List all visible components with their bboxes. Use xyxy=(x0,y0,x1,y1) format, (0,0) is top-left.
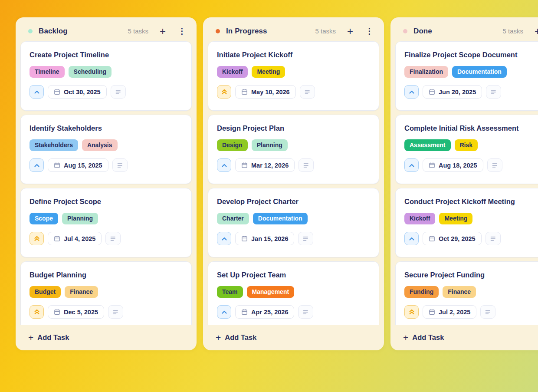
due-date-chip[interactable]: Mar 12, 2026 xyxy=(235,158,295,172)
tag-list: FundingFinance xyxy=(404,286,538,298)
description-lines-icon xyxy=(304,89,311,95)
description-button[interactable] xyxy=(300,85,315,99)
add-card-button[interactable]: + xyxy=(346,26,354,36)
description-lines-icon xyxy=(117,163,123,168)
description-button[interactable] xyxy=(111,85,126,99)
description-button[interactable] xyxy=(487,158,502,172)
task-card[interactable]: Secure Project Funding FundingFinance xyxy=(395,261,538,325)
priority-high-badge[interactable] xyxy=(30,158,44,172)
tag-list: KickoffMeeting xyxy=(404,213,538,224)
priority-high-badge[interactable] xyxy=(217,158,231,172)
task-card[interactable]: Create Project Timeline TimelineScheduli… xyxy=(20,41,192,111)
priority-urgent-badge[interactable] xyxy=(30,232,44,245)
chevron-up-icon xyxy=(221,236,228,242)
tag-list: KickoffMeeting xyxy=(217,66,370,78)
column-status-dot-icon xyxy=(403,29,407,33)
description-button[interactable] xyxy=(480,305,495,319)
task-meta-row: Jul 4, 2025 xyxy=(30,232,183,245)
kebab-menu-icon: ⋮ xyxy=(178,26,186,36)
task-title: Develop Project Charter xyxy=(217,198,370,206)
due-date-chip[interactable]: Jul 4, 2025 xyxy=(48,232,102,245)
due-date-chip[interactable]: Oct 30, 2025 xyxy=(48,85,107,99)
description-button[interactable] xyxy=(299,158,314,172)
add-task-label: Add Task xyxy=(412,333,444,342)
column-title: Backlog xyxy=(39,27,68,36)
task-card[interactable]: Define Project Scope ScopePlanning xyxy=(20,188,192,257)
due-date-chip[interactable]: Jun 20, 2025 xyxy=(423,85,482,99)
description-button[interactable] xyxy=(486,85,501,99)
chevron-up-icon xyxy=(221,309,228,315)
due-date-chip[interactable]: Jan 15, 2026 xyxy=(235,232,294,245)
priority-high-badge[interactable] xyxy=(404,85,419,99)
column-task-count: 5 tasks xyxy=(502,27,523,35)
priority-urgent-badge[interactable] xyxy=(404,305,419,319)
due-date-chip[interactable]: Oct 29, 2025 xyxy=(423,232,482,245)
description-button[interactable] xyxy=(112,158,128,172)
column-task-count: 5 tasks xyxy=(128,27,148,35)
column-menu-button[interactable]: ⋮ xyxy=(364,26,374,36)
description-button[interactable] xyxy=(105,232,121,245)
due-date-label: Mar 12, 2026 xyxy=(251,162,289,169)
task-card[interactable]: Set Up Project Team TeamManagement xyxy=(208,261,379,325)
tag: Kickoff xyxy=(404,213,435,224)
priority-high-badge[interactable] xyxy=(217,232,231,245)
card-list: Initiate Project Kickoff KickoffMeeting xyxy=(203,41,384,325)
task-card[interactable]: Complete Initial Risk Assessment Assessm… xyxy=(395,115,538,184)
calendar-icon xyxy=(429,89,435,95)
due-date-label: Dec 5, 2025 xyxy=(64,309,98,316)
tag: Design xyxy=(217,139,248,151)
priority-high-badge[interactable] xyxy=(404,158,419,172)
priority-urgent-badge[interactable] xyxy=(217,85,231,99)
due-date-chip[interactable]: Apr 25, 2026 xyxy=(235,305,294,319)
tag: Funding xyxy=(404,286,439,298)
plus-icon: + xyxy=(216,333,221,342)
column-title: In Progress xyxy=(226,27,267,36)
due-date-chip[interactable]: Aug 15, 2025 xyxy=(48,158,108,172)
task-card[interactable]: Finalize Project Scope Document Finaliza… xyxy=(395,41,538,111)
tag-list: BudgetFinance xyxy=(30,286,183,298)
double-chevron-up-icon xyxy=(33,308,40,316)
task-meta-row: Aug 15, 2025 xyxy=(30,158,183,172)
priority-urgent-badge[interactable] xyxy=(30,305,44,319)
due-date-chip[interactable]: Dec 5, 2025 xyxy=(48,305,104,319)
tag: Meeting xyxy=(252,66,285,78)
description-button[interactable] xyxy=(298,232,313,245)
tag: Finance xyxy=(443,286,476,298)
task-title: Complete Initial Risk Assessment xyxy=(404,124,538,132)
add-card-button[interactable]: + xyxy=(159,26,167,36)
calendar-icon xyxy=(54,235,60,242)
task-title: Conduct Project Kickoff Meeting xyxy=(404,198,538,206)
tag: Documentation xyxy=(253,213,308,224)
add-task-button[interactable]: + Add Task xyxy=(390,325,538,350)
task-card[interactable]: Initiate Project Kickoff KickoffMeeting xyxy=(208,41,379,111)
calendar-icon xyxy=(241,162,248,168)
card-list: Create Project Timeline TimelineScheduli… xyxy=(16,41,197,325)
calendar-icon xyxy=(429,235,435,242)
column-menu-button[interactable]: ⋮ xyxy=(177,26,187,36)
description-button[interactable] xyxy=(486,232,501,245)
priority-high-badge[interactable] xyxy=(217,305,231,319)
description-button[interactable] xyxy=(298,305,313,319)
tag: Planning xyxy=(252,139,288,151)
plus-icon: + xyxy=(403,333,408,342)
tag-list: FinalizationDocumentation xyxy=(404,66,538,78)
double-chevron-up-icon xyxy=(408,308,415,316)
task-card[interactable]: Design Project Plan DesignPlanning xyxy=(208,115,379,184)
add-task-button[interactable]: + Add Task xyxy=(203,325,384,350)
add-task-button[interactable]: + Add Task xyxy=(16,325,197,350)
due-date-chip[interactable]: Jul 2, 2025 xyxy=(423,305,476,319)
column-status-dot-icon xyxy=(216,29,220,33)
priority-high-badge[interactable] xyxy=(404,232,419,245)
task-card[interactable]: Budget Planning BudgetFinance D xyxy=(20,261,192,325)
card-list: Finalize Project Scope Document Finaliza… xyxy=(390,41,538,325)
task-meta-row: Jun 20, 2025 xyxy=(404,85,538,99)
task-meta-row: May 10, 2026 xyxy=(217,85,370,99)
due-date-chip[interactable]: Aug 18, 2025 xyxy=(423,158,483,172)
add-card-button[interactable]: + xyxy=(534,26,538,36)
task-card[interactable]: Identify Stakeholders StakeholdersAnalys… xyxy=(20,115,192,184)
task-card[interactable]: Conduct Project Kickoff Meeting KickoffM… xyxy=(395,188,538,257)
due-date-chip[interactable]: May 10, 2026 xyxy=(235,85,296,99)
task-card[interactable]: Develop Project Charter CharterDocumenta… xyxy=(208,188,379,257)
priority-high-badge[interactable] xyxy=(30,85,44,99)
description-button[interactable] xyxy=(108,305,123,319)
